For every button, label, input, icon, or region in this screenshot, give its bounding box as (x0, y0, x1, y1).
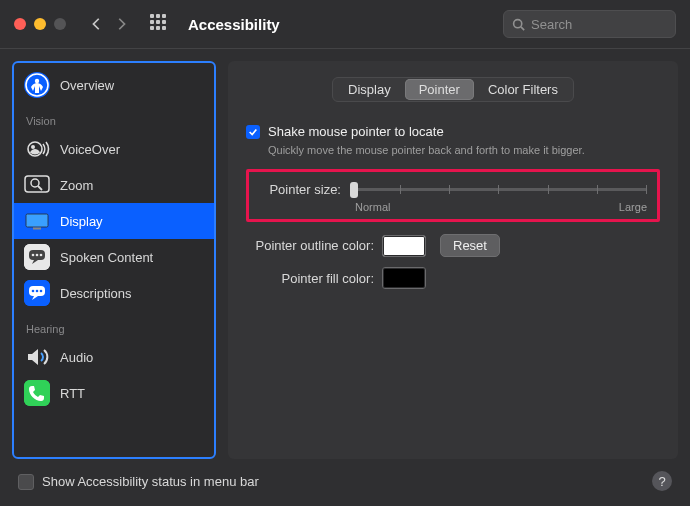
svg-point-14 (40, 254, 43, 257)
sidebar-item-label: Display (60, 214, 103, 229)
sidebar-item-overview[interactable]: Overview (14, 67, 214, 103)
svg-point-6 (31, 179, 39, 187)
reset-button[interactable]: Reset (440, 234, 500, 257)
minimize-window-button[interactable] (34, 18, 46, 30)
search-placeholder: Search (531, 17, 572, 32)
slider-knob[interactable] (350, 182, 358, 198)
all-prefs-grid-icon[interactable] (150, 14, 170, 34)
window-controls (14, 18, 66, 30)
tab-display[interactable]: Display (334, 79, 405, 100)
help-icon: ? (658, 474, 665, 489)
search-icon (512, 18, 525, 31)
outline-color-swatch[interactable] (382, 235, 426, 257)
rtt-icon (24, 380, 50, 406)
display-icon (24, 208, 50, 234)
svg-point-17 (32, 290, 35, 293)
slider-min-label: Normal (355, 201, 390, 213)
search-field[interactable]: Search (503, 10, 676, 38)
svg-rect-20 (24, 380, 50, 406)
svg-point-19 (40, 290, 43, 293)
shake-to-locate-description: Quickly move the mouse pointer back and … (268, 143, 608, 157)
zoom-window-button[interactable] (54, 18, 66, 30)
pointer-size-highlight: Pointer size: Normal Large (246, 169, 660, 222)
pointer-size-label: Pointer size: (259, 182, 341, 197)
overview-icon (24, 72, 50, 98)
back-button[interactable] (86, 13, 108, 35)
window-title: Accessibility (188, 16, 280, 33)
outline-color-label: Pointer outline color: (246, 238, 374, 253)
svg-rect-5 (25, 176, 49, 192)
spoken-content-icon (24, 244, 50, 270)
svg-rect-7 (26, 214, 48, 227)
titlebar: Accessibility Search (0, 0, 690, 49)
checkmark-icon (248, 127, 258, 137)
sidebar-item-zoom[interactable]: Zoom (14, 167, 214, 203)
fill-color-label: Pointer fill color: (246, 271, 374, 286)
svg-point-4 (31, 145, 35, 149)
svg-point-12 (32, 254, 35, 257)
tab-bar: Display Pointer Color Filters (332, 77, 574, 102)
shake-to-locate-label: Shake mouse pointer to locate (268, 124, 444, 139)
fill-color-swatch[interactable] (382, 267, 426, 289)
descriptions-icon (24, 280, 50, 306)
shake-to-locate-checkbox[interactable] (246, 125, 260, 139)
sidebar-item-label: Zoom (60, 178, 93, 193)
tab-color-filters[interactable]: Color Filters (474, 79, 572, 100)
svg-rect-9 (33, 228, 41, 230)
pointer-size-slider[interactable] (351, 180, 647, 198)
svg-point-18 (36, 290, 39, 293)
svg-point-1 (35, 79, 39, 83)
svg-point-0 (514, 19, 522, 27)
sidebar-item-label: Descriptions (60, 286, 132, 301)
sidebar-item-label: VoiceOver (60, 142, 120, 157)
sidebar-item-label: Audio (60, 350, 93, 365)
sidebar-item-label: Overview (60, 78, 114, 93)
main-panel: Display Pointer Color Filters Shake mous… (228, 61, 678, 459)
sidebar: Overview Vision VoiceOver Zoom Display (12, 61, 216, 459)
forward-button[interactable] (110, 13, 132, 35)
tab-pointer[interactable]: Pointer (405, 79, 474, 100)
zoom-icon (24, 175, 50, 195)
sidebar-item-spoken-content[interactable]: Spoken Content (14, 239, 214, 275)
sidebar-item-audio[interactable]: Audio (14, 339, 214, 375)
show-status-menubar-label: Show Accessibility status in menu bar (42, 474, 259, 489)
sidebar-item-descriptions[interactable]: Descriptions (14, 275, 214, 311)
sidebar-item-label: Spoken Content (60, 250, 153, 265)
nav-buttons (86, 13, 132, 35)
slider-max-label: Large (619, 201, 647, 213)
help-button[interactable]: ? (652, 471, 672, 491)
sidebar-item-rtt[interactable]: RTT (14, 375, 214, 411)
footer: Show Accessibility status in menu bar ? (0, 465, 690, 501)
voiceover-icon (24, 136, 50, 162)
sidebar-section-vision: Vision (14, 103, 214, 131)
sidebar-item-label: RTT (60, 386, 85, 401)
sidebar-section-hearing: Hearing (14, 311, 214, 339)
svg-point-13 (36, 254, 39, 257)
sidebar-item-voiceover[interactable]: VoiceOver (14, 131, 214, 167)
close-window-button[interactable] (14, 18, 26, 30)
sidebar-item-display[interactable]: Display (14, 203, 214, 239)
audio-icon (24, 344, 50, 370)
show-status-menubar-checkbox[interactable] (18, 474, 34, 490)
